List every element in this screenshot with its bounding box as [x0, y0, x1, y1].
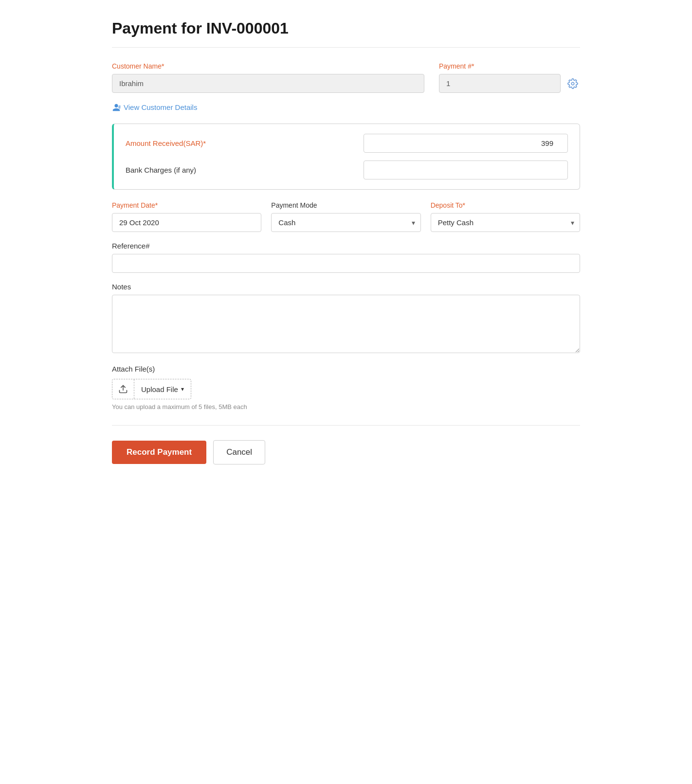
amount-card: Amount Received(SAR)* Bank Charges (if a…	[112, 124, 580, 190]
payment-date-input[interactable]	[112, 213, 261, 232]
reference-input[interactable]	[112, 254, 580, 273]
upload-button-text: Upload File	[141, 385, 178, 393]
payment-mode-label: Payment Mode	[271, 201, 420, 209]
customer-name-group: Customer Name*	[112, 62, 424, 93]
payment-mode-group: Payment Mode Cash Bank Transfer Cheque C…	[271, 201, 420, 232]
payment-date-label: Payment Date*	[112, 201, 261, 209]
form-divider	[112, 425, 580, 426]
deposit-to-label: Deposit To*	[431, 201, 580, 209]
customer-name-input[interactable]	[112, 74, 424, 93]
actions-row: Record Payment Cancel	[112, 440, 580, 464]
payment-number-settings-button[interactable]	[565, 76, 580, 91]
upload-icon	[112, 379, 134, 399]
payment-number-input[interactable]	[439, 74, 561, 93]
view-customer-label: View Customer Details	[124, 103, 197, 111]
svg-point-0	[571, 82, 574, 85]
bank-charges-input[interactable]	[364, 160, 568, 179]
amount-received-input[interactable]	[364, 134, 568, 153]
payment-date-group: Payment Date*	[112, 201, 261, 232]
payment-number-group: Payment #*	[439, 62, 580, 93]
reference-label: Reference#	[112, 242, 580, 250]
attach-label: Attach File(s)	[112, 365, 580, 373]
record-payment-button[interactable]: Record Payment	[112, 441, 206, 464]
amount-received-label: Amount Received(SAR)*	[126, 139, 206, 147]
attach-section: Attach File(s) Upload File ▾ You can upl…	[112, 365, 580, 410]
payment-mode-select[interactable]: Cash Bank Transfer Cheque Credit Card	[271, 213, 420, 232]
payment-number-label: Payment #*	[439, 62, 580, 70]
upload-label[interactable]: Upload File ▾	[134, 380, 191, 398]
bank-charges-label: Bank Charges (if any)	[126, 166, 196, 174]
notes-textarea[interactable]	[112, 295, 580, 353]
deposit-to-group: Deposit To* Petty Cash Bank Account Cash…	[431, 201, 580, 232]
notes-label: Notes	[112, 283, 580, 291]
deposit-to-select[interactable]: Petty Cash Bank Account Cash in Hand	[431, 213, 580, 232]
payment-details-row: Payment Date* Payment Mode Cash Bank Tra…	[112, 201, 580, 232]
notes-section: Notes	[112, 283, 580, 355]
person-list-icon	[112, 103, 121, 112]
upload-button[interactable]: Upload File ▾	[112, 379, 191, 399]
customer-name-label: Customer Name*	[112, 62, 424, 70]
view-customer-link[interactable]: View Customer Details	[112, 103, 580, 112]
cancel-button[interactable]: Cancel	[213, 440, 265, 464]
page-title: Payment for INV-000001	[112, 19, 580, 48]
upload-info-text: You can upload a maximum of 5 files, 5MB…	[112, 403, 580, 410]
reference-section: Reference#	[112, 242, 580, 273]
upload-dropdown-icon: ▾	[181, 386, 184, 392]
